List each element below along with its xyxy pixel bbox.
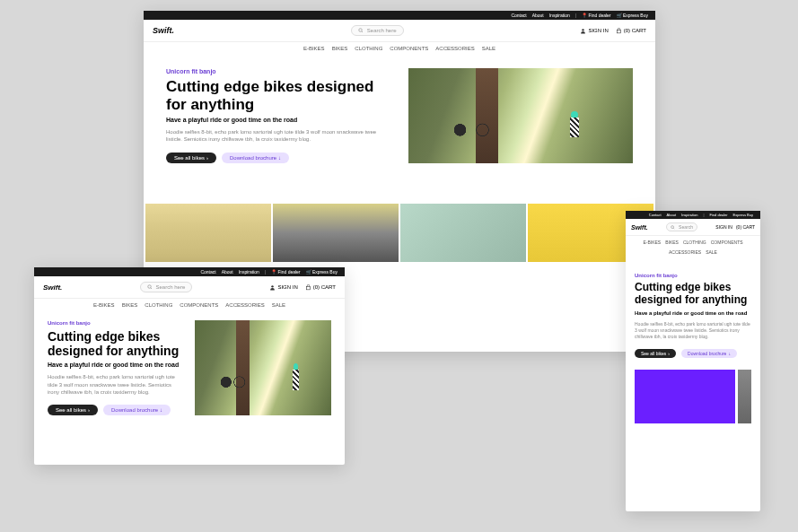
download-brochure-button[interactable]: Download brochure ↓ [222,153,289,163]
topbar-contact[interactable]: Contact [200,269,215,275]
see-all-bikes-button[interactable]: See all bikes › [48,405,98,415]
nav-ebikes[interactable]: E-BIKES [303,46,325,51]
nav-components[interactable]: COMPONENTS [390,46,428,51]
logo[interactable]: Swift. [631,224,648,231]
search-input[interactable]: Search here [351,25,404,36]
nav-bikes[interactable]: BIKES [332,46,348,51]
svg-rect-3 [617,30,620,33]
search-icon [671,225,675,230]
search-input[interactable]: Search [666,222,697,231]
nav-clothing[interactable]: CLOTHING [145,302,172,308]
topbar-inspiration[interactable]: Inspiration [549,13,570,18]
category-nav: E-BIKES BIKES CLOTHING COMPONENTS ACCESS… [626,236,760,258]
topbar: Contact About Inspiration | Find dealer … [626,211,760,219]
image-strip [626,365,760,428]
strip-image[interactable] [738,370,751,423]
strip-image[interactable] [400,204,526,262]
category-nav: E-BIKES BIKES CLOTHING COMPONENTS ACCESS… [144,42,655,55]
hero-body: Hoodie selfies 8-bit, echo park lomo sar… [48,373,184,396]
hero-image [195,320,331,415]
hero-subheading: Have a playful ride or good time on the … [166,117,390,123]
cart-button[interactable]: (0) CART [736,224,755,230]
svg-line-9 [673,228,674,229]
nav-bikes[interactable]: BIKES [122,302,138,308]
header: Swift. Search SIGN IN (0) CART [626,219,760,236]
download-brochure-button[interactable]: Download brochure ↓ [103,405,171,415]
nav-components[interactable]: COMPONENTS [180,302,218,308]
strip-image[interactable] [145,204,271,262]
nav-accessories[interactable]: ACCESSORIES [669,249,701,255]
topbar: Contact About Inspiration | 📍 Find deale… [144,11,655,20]
logo[interactable]: Swift. [153,26,174,35]
category-nav: E-BIKES BIKES CLOTHING COMPONENTS ACCESS… [34,299,345,311]
cart-icon [616,28,622,34]
see-all-bikes-button[interactable]: See all bikes › [166,153,216,163]
hero-heading: Cutting edge bikes designed for anything [166,78,390,113]
cart-button[interactable]: (0) CART [616,28,646,34]
signin-button[interactable]: SIGN IN [715,224,732,230]
nav-accessories[interactable]: ACCESSORIES [225,302,264,308]
strip-image[interactable] [635,370,735,423]
topbar-find-dealer[interactable]: 📍 Find dealer [271,269,300,275]
svg-line-5 [150,288,151,289]
svg-line-1 [362,31,363,32]
nav-sale[interactable]: SALE [272,302,285,308]
cart-icon [305,284,311,291]
nav-clothing[interactable]: CLOTHING [683,240,706,245]
tablet-mockup: Contact About Inspiration | 📍 Find deale… [34,267,345,465]
hero-body: Hoodie selfies 8-bit, echo park lomo sar… [635,321,751,340]
svg-point-6 [272,285,274,287]
topbar-find-dealer[interactable]: Find dealer [710,213,728,217]
download-brochure-button[interactable]: Download brochure ↓ [681,349,737,358]
nav-ebikes[interactable]: E-BIKES [93,302,115,308]
topbar-express-buy[interactable]: 🛒 Express Buy [617,13,648,18]
hero-subheading: Have a playful ride or good time on the … [48,362,184,368]
logo[interactable]: Swift. [43,283,62,292]
svg-point-0 [359,29,363,32]
see-all-bikes-button[interactable]: See all bikes › [635,349,676,358]
hero-eyebrow: Unicorn fit banjo [48,320,184,326]
cart-button[interactable]: (0) CART [305,284,336,291]
nav-clothing[interactable]: CLOTHING [355,46,382,51]
nav-accessories[interactable]: ACCESSORIES [435,46,474,51]
topbar-about[interactable]: About [222,269,233,275]
svg-point-4 [147,285,151,289]
nav-components[interactable]: COMPONENTS [711,240,743,245]
topbar-about[interactable]: About [667,213,676,217]
topbar-find-dealer[interactable]: 📍 Find dealer [582,13,610,18]
nav-ebikes[interactable]: E-BIKES [643,240,661,245]
svg-point-8 [671,225,674,228]
image-strip [144,204,655,262]
topbar-contact[interactable]: Contact [649,213,662,217]
mobile-mockup: Contact About Inspiration | Find dealer … [626,211,760,511]
search-icon [358,28,364,33]
signin-button[interactable]: SIGN IN [580,28,608,34]
strip-image[interactable] [273,204,399,262]
svg-point-2 [583,29,584,31]
topbar: Contact About Inspiration | 📍 Find deale… [34,267,345,276]
topbar-inspiration[interactable]: Inspiration [239,269,259,275]
hero-subheading: Have a playful ride or good time on the … [635,310,751,316]
topbar-contact[interactable]: Contact [511,13,526,18]
nav-sale[interactable]: SALE [706,249,717,255]
topbar-express-buy[interactable]: Express Buy [733,213,753,217]
user-icon [269,284,276,291]
svg-rect-7 [306,286,310,290]
search-input[interactable]: Search here [140,282,193,292]
hero-image [408,68,633,163]
topbar-about[interactable]: About [532,13,544,18]
topbar-inspiration[interactable]: Inspiration [681,213,697,217]
signin-button[interactable]: SIGN IN [269,284,297,291]
hero-heading: Cutting edge bikes designed for anything [635,282,751,307]
nav-sale[interactable]: SALE [482,46,495,51]
user-icon [580,28,586,34]
hero-eyebrow: Unicorn fit banjo [166,68,390,74]
hero-heading: Cutting edge bikes designed for anything [48,329,184,358]
hero-body: Hoodie selfies 8-bit, echo park lomo sar… [166,128,390,144]
header: Swift. Search here SIGN IN (0) CART [34,276,345,299]
topbar-express-buy[interactable]: 🛒 Express Buy [306,269,338,275]
hero-eyebrow: Unicorn fit banjo [635,273,751,278]
nav-bikes[interactable]: BIKES [665,240,679,245]
search-icon [147,284,153,290]
header: Swift. Search here SIGN IN (0) CART [144,20,655,42]
